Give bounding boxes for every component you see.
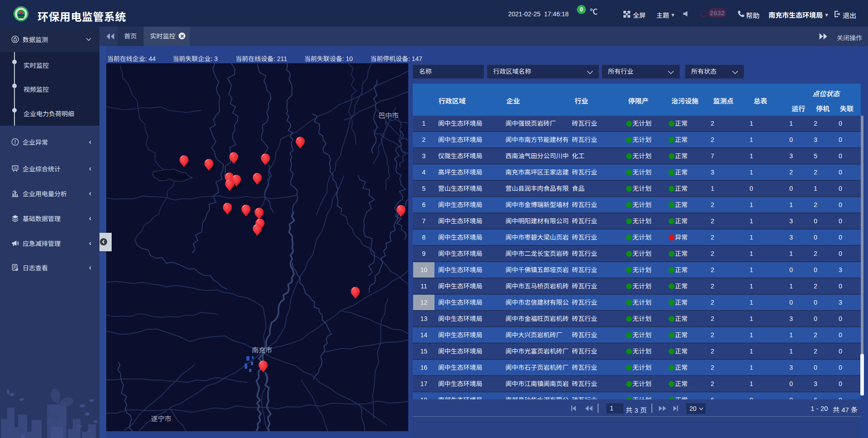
svg-text:遂宁市: 遂宁市 [151,415,171,423]
svg-text:南充市: 南充市 [252,346,272,354]
svg-text:巴中市: 巴中市 [378,112,399,119]
